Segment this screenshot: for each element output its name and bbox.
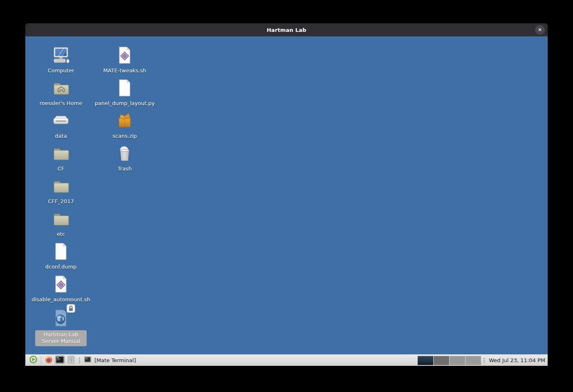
desktop-icon-hartman-lab-server-manual[interactable]: Hartman Lab Server Manual — [32, 304, 90, 346]
desktop-icon-label: CFF_2017 — [48, 198, 74, 205]
desktop-icon-trash[interactable]: Trash — [96, 143, 153, 172]
file-cabinet-icon — [67, 356, 75, 365]
desktop-icon-computer[interactable]: Computer — [32, 45, 90, 74]
lock-emblem-icon — [67, 304, 75, 313]
desktop-icon-label: CF — [58, 166, 65, 172]
desktop-icon-scans-zip[interactable]: scans.zip — [96, 111, 153, 139]
desktop-icon-cff-2017[interactable]: CFF_2017 — [32, 176, 90, 205]
folder-icon — [51, 209, 71, 228]
desktop-icon-label: data — [55, 133, 67, 139]
trash-icon — [115, 143, 134, 163]
terminal-window-icon — [84, 356, 91, 364]
desktop-icon-data[interactable]: data — [32, 111, 90, 139]
workspace-2[interactable] — [434, 356, 449, 365]
document-icon — [115, 78, 134, 98]
terminal-launcher[interactable] — [54, 355, 66, 366]
desktop-icon-label: panel_dump_layout.py — [94, 100, 154, 107]
firefox-icon — [45, 356, 53, 365]
drive-icon — [51, 111, 71, 130]
desktop-icon-disable-automount[interactable]: disable_automount.sh — [32, 274, 90, 303]
close-button[interactable]: ✕ — [535, 25, 545, 35]
workspace-1[interactable] — [418, 356, 433, 365]
document-icon — [51, 242, 71, 261]
workspace-3[interactable] — [450, 356, 465, 365]
archive-icon — [115, 111, 134, 130]
desktop-icon-label: dconf.dump — [45, 264, 77, 270]
desktop-icon-label: MATE-tweaks.sh — [103, 67, 146, 74]
desktop[interactable]: Computer roessler's Home — [25, 36, 548, 354]
desktop-icon-label: Computer — [48, 67, 74, 74]
firefox-launcher[interactable] — [43, 355, 54, 366]
desktop-icon-cf[interactable]: CF — [32, 143, 90, 172]
shell-script-icon — [115, 45, 134, 65]
desktop-icon-label: roessler's Home — [40, 100, 82, 107]
taskbar-item-label: [Mate Terminal] — [94, 357, 136, 363]
window-titlebar[interactable]: Hartman Lab ✕ — [25, 23, 548, 36]
desktop-icon-home[interactable]: roessler's Home — [32, 78, 90, 107]
tasklist-drag-handle[interactable] — [79, 358, 80, 363]
desktop-icon-label: disable_automount.sh — [31, 296, 90, 303]
file-cabinet-launcher[interactable] — [66, 355, 76, 366]
desktop-icon-etc[interactable]: etc — [32, 209, 90, 237]
bottom-panel: [Mate Terminal] Wed Jul 23, 11:04 PM — [25, 354, 548, 366]
vm-window: Hartman Lab ✕ — [25, 23, 548, 366]
clock-drag-handle[interactable] — [483, 358, 485, 363]
shell-script-icon — [51, 274, 71, 294]
folder-icon — [51, 143, 71, 163]
desktop-icon-dconf-dump[interactable]: dconf.dump — [32, 242, 90, 270]
home-folder-icon — [51, 78, 71, 98]
mate-menu-icon — [29, 355, 38, 365]
panel-right-group: Wed Jul 23, 11:04 PM — [418, 356, 545, 365]
workspace-4[interactable] — [466, 356, 481, 365]
workspace-switcher — [418, 356, 481, 365]
clock[interactable]: Wed Jul 23, 11:04 PM — [487, 357, 545, 363]
mate-menu-button[interactable] — [28, 355, 39, 366]
computer-icon — [51, 45, 71, 65]
terminal-icon — [55, 356, 65, 365]
desktop-icon-label: Trash — [118, 166, 132, 172]
folder-icon — [51, 176, 71, 196]
taskbar-item-mate-terminal[interactable]: [Mate Terminal] — [83, 355, 138, 366]
window-title: Hartman Lab — [267, 27, 307, 33]
desktop-icon-label: etc — [57, 231, 65, 237]
close-icon: ✕ — [538, 27, 542, 33]
desktop-icon-mate-tweaks[interactable]: MATE-tweaks.sh — [96, 45, 153, 74]
desktop-icon-label: Hartman Lab Server Manual — [35, 330, 87, 346]
desktop-icon-panel-dump-layout[interactable]: panel_dump_layout.py — [96, 78, 153, 107]
panel-separator — [41, 356, 41, 365]
desktop-icon-label: scans.zip — [112, 133, 137, 139]
